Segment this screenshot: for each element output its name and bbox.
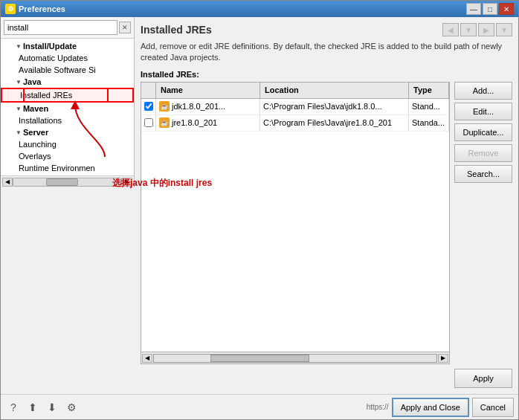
jre-icon: ☕ xyxy=(159,101,170,112)
remove-button[interactable]: Remove xyxy=(454,144,512,162)
table-scroll-right[interactable]: ▶ xyxy=(438,354,448,363)
tree-item-server[interactable]: ▼ Server xyxy=(1,126,134,138)
panel-title-bar: Installed JREs ◀ ▼ ▶ ▼ xyxy=(141,23,512,36)
apply-button[interactable]: Apply xyxy=(454,369,512,388)
tree-item-installed-jres[interactable]: Installed JREs xyxy=(1,88,134,103)
preferences-window: ⚙ Preferences — □ ✕ ✕ ▼ Install xyxy=(0,0,519,420)
row1-type-cell: Stand... xyxy=(409,99,449,114)
row1-name-cell: ☕ jdk1.8.0_201... xyxy=(156,99,260,114)
settings-icon[interactable]: ⚙ xyxy=(63,399,80,416)
table-scrollbar-area: ◀ ▶ xyxy=(141,352,449,364)
close-button[interactable]: ✕ xyxy=(499,3,514,15)
tree-item-overlays[interactable]: Overlays xyxy=(1,150,134,162)
left-panel: ✕ ▼ Install/Update Automatic Updates Ava… xyxy=(1,17,135,187)
add-button[interactable]: Add... xyxy=(454,82,512,100)
nav-dropdown-button[interactable]: ▼ xyxy=(460,23,477,36)
cancel-button[interactable]: Cancel xyxy=(472,398,514,417)
table-row[interactable]: ☕ jre1.8.0_201 C:\Program Files\Java\jre… xyxy=(141,115,449,132)
search-input[interactable] xyxy=(4,20,117,35)
header-type[interactable]: Type xyxy=(409,83,449,98)
tree-item-available-software[interactable]: Available Software Si xyxy=(1,64,134,76)
search-clear-button[interactable]: ✕ xyxy=(119,22,131,33)
row2-checkbox[interactable] xyxy=(144,118,153,127)
expand-icon: ▼ xyxy=(16,106,22,112)
title-bar: ⚙ Preferences — □ ✕ xyxy=(1,1,518,17)
title-controls: — □ ✕ xyxy=(466,3,514,15)
search-button[interactable]: Search... xyxy=(454,165,512,183)
title-bar-left: ⚙ Preferences xyxy=(5,4,65,14)
header-name[interactable]: Name xyxy=(156,83,260,98)
row2-name-cell: ☕ jre1.8.0_201 xyxy=(156,115,260,131)
expand-icon: ▼ xyxy=(16,43,22,50)
tree-item-automatic-updates[interactable]: Automatic Updates xyxy=(1,52,134,64)
tree-item-launching[interactable]: Launching xyxy=(1,138,134,150)
tree-item-installations[interactable]: Installations xyxy=(1,114,134,126)
table-buttons-row: Name Location Type xyxy=(141,82,512,364)
left-horizontal-scrollbar[interactable] xyxy=(13,178,122,187)
main-content: ✕ ▼ Install/Update Automatic Updates Ava… xyxy=(1,17,518,394)
scroll-left-arrow[interactable]: ◀ xyxy=(2,178,13,187)
installed-jres-label: Installed JREs: xyxy=(141,70,512,79)
tree-container: ▼ Install/Update Automatic Updates Avail… xyxy=(1,39,134,175)
minimize-button[interactable]: — xyxy=(466,3,481,15)
import-icon[interactable]: ⬆ xyxy=(25,399,41,416)
table-horizontal-scrollbar[interactable] xyxy=(153,354,437,363)
expand-icon: ▼ xyxy=(16,79,22,85)
table-body: ☕ jdk1.8.0_201... C:\Program Files\Java\… xyxy=(141,99,449,352)
row2-location-cell: C:\Program Files\Java\jre1.8.0_201 xyxy=(260,115,409,131)
row1-checkbox-cell[interactable] xyxy=(141,99,156,114)
edit-button[interactable]: Edit... xyxy=(454,103,512,120)
table-scroll-left[interactable]: ◀ xyxy=(142,354,152,363)
panel-nav-buttons: ◀ ▼ ▶ ▼ xyxy=(442,23,512,36)
nav-back-button[interactable]: ◀ xyxy=(442,23,459,36)
left-panel-wrapper: ✕ ▼ Install/Update Automatic Updates Ava… xyxy=(1,17,135,394)
apply-row: Apply xyxy=(141,369,512,388)
scrollbar-thumb xyxy=(46,178,79,186)
table-scrollbar-thumb xyxy=(210,355,309,362)
window-icon: ⚙ xyxy=(5,4,16,14)
duplicate-button[interactable]: Duplicate... xyxy=(454,123,512,141)
jre-table: Name Location Type xyxy=(141,82,450,364)
maximize-button[interactable]: □ xyxy=(483,3,497,15)
tree-item-java[interactable]: ▼ Java xyxy=(1,76,134,88)
header-location[interactable]: Location xyxy=(260,83,409,98)
right-panel: Installed JREs ◀ ▼ ▶ ▼ Add, remove or ed… xyxy=(135,17,518,394)
bottom-right-buttons: https:// Apply and Close Cancel xyxy=(367,398,514,417)
nav-forward-dropdown-button[interactable]: ▼ xyxy=(496,23,512,36)
bottom-left-icons: ? ⬆ ⬇ ⚙ xyxy=(5,399,80,416)
row1-location-cell: C:\Program Files\Java\jdk1.8.0... xyxy=(260,99,409,114)
search-box-container: ✕ xyxy=(1,17,134,39)
row2-checkbox-cell[interactable] xyxy=(141,115,156,131)
table-row[interactable]: ☕ jdk1.8.0_201... C:\Program Files\Java\… xyxy=(141,99,449,115)
window-title: Preferences xyxy=(19,4,65,13)
tree-item-maven[interactable]: ▼ Maven xyxy=(1,103,134,114)
left-scrollbar-area: ◀ ▶ xyxy=(1,175,134,187)
panel-description: Add, remove or edit JRE definitions. By … xyxy=(141,41,512,64)
bottom-link-text: https:// xyxy=(367,403,389,411)
help-icon[interactable]: ? xyxy=(5,399,22,416)
header-checkbox-cell xyxy=(141,83,156,98)
apply-close-button[interactable]: Apply and Close xyxy=(392,398,469,417)
table-header: Name Location Type xyxy=(141,83,449,99)
row2-type-cell: Standa... xyxy=(409,115,449,131)
right-action-buttons: Add... Edit... Duplicate... Remove Searc… xyxy=(454,82,512,364)
nav-forward-button[interactable]: ▶ xyxy=(478,23,494,36)
scroll-right-arrow[interactable]: ▶ xyxy=(122,178,132,187)
bottom-bar: ? ⬆ ⬇ ⚙ https:// Apply and Close Cancel xyxy=(1,394,518,419)
tree-item-install-update[interactable]: ▼ Install/Update xyxy=(1,40,134,52)
expand-icon: ▼ xyxy=(16,129,22,136)
export-icon[interactable]: ⬇ xyxy=(44,399,60,416)
row1-checkbox[interactable] xyxy=(144,102,153,111)
jre-icon: ☕ xyxy=(159,117,170,128)
tree-item-runtime-env[interactable]: Runtime Environmen xyxy=(1,162,134,174)
panel-title: Installed JREs xyxy=(141,24,212,36)
